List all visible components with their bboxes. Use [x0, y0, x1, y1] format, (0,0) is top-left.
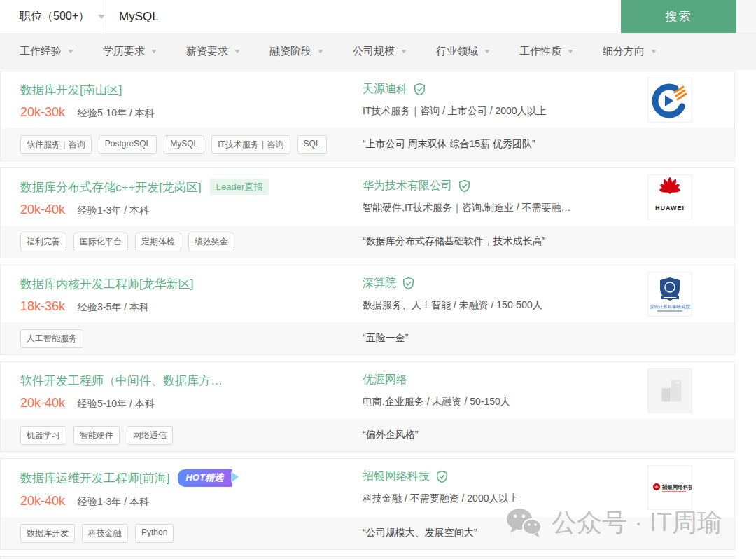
job-tags: 福利完善国际化平台定期体检绩效奖金 — [1, 233, 363, 251]
filter-label: 行业领域 — [436, 45, 478, 58]
filter-dropdown[interactable]: 学历要求 — [103, 45, 157, 58]
company-logo-text: 深圳计算科学研究院 — [650, 304, 691, 310]
company-name[interactable]: 招银网络科技 — [363, 469, 430, 484]
filter-dropdown[interactable]: 公司规模 — [353, 45, 407, 58]
job-title[interactable]: 软件开发工程师（中间件、数据库方… — [20, 373, 223, 389]
job-card[interactable]: 数据库开发[南山区] 20k-30k 经验5-10年 / 本科 天源迪科 IT技… — [0, 71, 735, 161]
job-tags: 机器学习智能硬件网络通信 — [1, 426, 363, 445]
filter-label: 公司规模 — [353, 45, 395, 58]
job-title[interactable]: 数据库运维开发工程师[前海] — [20, 470, 169, 486]
job-tag[interactable]: MySQL — [164, 135, 204, 154]
topbar-gutter — [736, 0, 756, 33]
job-salary: 20k-40k — [20, 494, 65, 509]
job-info-column: 数据库内核开发工程师[龙华新区] 18k-36k 经验3-5年 / 本科 — [1, 265, 363, 322]
verified-shield-icon — [402, 277, 415, 290]
job-tag[interactable]: 国际化平台 — [74, 233, 128, 251]
company-name[interactable]: 深算院 — [363, 276, 396, 291]
job-tag[interactable]: 福利完善 — [20, 233, 66, 251]
job-title[interactable]: 数据库内核开发工程师[龙华新区] — [20, 276, 193, 292]
chevron-down-icon — [318, 50, 323, 53]
job-info-column: 软件开发工程师（中间件、数据库方… 20k-40k 经验5-10年 / 本科 — [1, 362, 363, 419]
search-button[interactable]: 搜索 — [621, 0, 736, 33]
job-quote: “五险一金” — [363, 332, 408, 345]
filter-label: 工作性质 — [519, 45, 561, 58]
job-tag[interactable]: SQL — [298, 135, 327, 154]
job-card[interactable]: 数据库分布式存储c++开发[龙岗区] Leader直招 20k-40k 经验1-… — [0, 167, 735, 258]
job-category-label: 职位（500+） — [20, 9, 90, 24]
job-quote: “数据库分布式存储基础软件，技术成长高” — [363, 235, 545, 248]
job-tag[interactable]: 科技金融 — [82, 524, 128, 543]
job-tag[interactable]: 定期体检 — [135, 233, 181, 251]
job-card[interactable]: 数据库内核开发工程师[龙华新区] 18k-36k 经验3-5年 / 本科 深算院… — [0, 265, 735, 355]
company-info: 科技金融 / 不需要融资 / 2000人以上 — [363, 492, 615, 505]
company-column: 招银网络科技 科技金融 / 不需要融资 / 2000人以上 — [363, 459, 648, 517]
company-logo[interactable]: 招银网络科技 — [648, 465, 692, 510]
job-tag[interactable]: PostgreSQL — [99, 135, 157, 154]
job-tag[interactable]: 绩效奖金 — [188, 233, 234, 251]
job-tags: 软件服务｜咨询PostgreSQLMySQLIT技术服务｜咨询SQL — [1, 135, 363, 154]
job-salary: 18k-36k — [20, 299, 65, 314]
company-info: 电商,企业服务 / 未融资 / 50-150人 — [363, 396, 615, 408]
company-logo[interactable] — [648, 368, 692, 413]
chevron-down-icon — [401, 50, 407, 53]
filter-dropdown[interactable]: 薪资要求 — [186, 45, 240, 58]
job-card[interactable]: 软件开发工程师（中间件、数据库方… 20k-40k 经验5-10年 / 本科 优… — [0, 361, 735, 452]
job-quote: “公司规模大、发展空间大” — [363, 527, 477, 539]
company-logo-text: HUAWEI — [655, 205, 685, 212]
chevron-down-icon — [68, 50, 74, 53]
job-card[interactable]: 数据库运维开发工程师[前海] HOT精选 20k-40k 经验1-3年 / 本科… — [0, 458, 735, 550]
job-card-partial[interactable] — [0, 556, 735, 559]
company-name[interactable]: 优渥网络 — [363, 373, 407, 387]
job-tag[interactable]: 机器学习 — [20, 426, 66, 445]
search-bar: 职位（500+） 搜索 — [0, 0, 736, 33]
job-requirements: 经验5-10年 / 本科 — [78, 107, 155, 120]
company-logo[interactable] — [648, 78, 692, 123]
company-logo[interactable]: 深圳计算科学研究院 — [648, 272, 692, 317]
filter-label: 细分方向 — [603, 45, 645, 58]
job-tag[interactable]: Python — [135, 524, 174, 543]
chevron-down-icon — [234, 50, 240, 53]
company-column: 优渥网络 电商,企业服务 / 未融资 / 50-150人 — [363, 362, 648, 419]
search-input[interactable] — [106, 0, 621, 33]
job-salary: 20k-40k — [20, 202, 65, 217]
filter-dropdown[interactable]: 行业领域 — [436, 45, 490, 58]
verified-shield-icon — [413, 83, 426, 96]
company-name[interactable]: 华为技术有限公司 — [363, 179, 452, 193]
verified-shield-icon — [458, 179, 471, 193]
job-card-bottom: 人工智能服务 “五险一金” — [1, 322, 734, 354]
job-info-column: 数据库分布式存储c++开发[龙岗区] Leader直招 20k-40k 经验1-… — [1, 168, 363, 226]
job-tag[interactable]: 网络通信 — [127, 426, 173, 445]
job-card-top: 软件开发工程师（中间件、数据库方… 20k-40k 经验5-10年 / 本科 优… — [1, 362, 734, 419]
filter-dropdown[interactable]: 工作经验 — [20, 45, 74, 58]
job-info-column: 数据库运维开发工程师[前海] HOT精选 20k-40k 经验1-3年 / 本科 — [1, 459, 363, 517]
company-column: 深算院 数据服务、人工智能 / 未融资 / 150-500人 — [363, 265, 648, 322]
chevron-down-icon — [151, 50, 157, 53]
filter-label: 学历要求 — [103, 45, 145, 58]
filter-dropdown[interactable]: 工作性质 — [519, 45, 573, 58]
job-title[interactable]: 数据库分布式存储c++开发[龙岗区] — [20, 179, 202, 195]
company-name[interactable]: 天源迪科 — [363, 82, 407, 97]
company-info: IT技术服务｜咨询 / 上市公司 / 2000人以上 — [363, 105, 615, 118]
huawei-logo-icon: HUAWEI — [650, 177, 690, 217]
filter-dropdown[interactable]: 融资阶段 — [270, 45, 323, 58]
job-category-select[interactable]: 职位（500+） — [0, 0, 106, 33]
job-tag[interactable]: IT技术服务｜咨询 — [211, 135, 290, 154]
job-badge: Leader直招 — [210, 179, 269, 195]
job-card-top: 数据库内核开发工程师[龙华新区] 18k-36k 经验3-5年 / 本科 深算院… — [1, 265, 734, 322]
filter-dropdown[interactable]: 细分方向 — [603, 45, 657, 58]
company-column: 天源迪科 IT技术服务｜咨询 / 上市公司 / 2000人以上 — [363, 71, 648, 128]
job-title[interactable]: 数据库开发[南山区] — [20, 82, 122, 98]
filter-bar: 工作经验 学历要求 薪资要求 融资阶段 公司规模 行业领域 工作性质 细分方向 — [0, 33, 756, 70]
job-card-bottom: 软件服务｜咨询PostgreSQLMySQLIT技术服务｜咨询SQL “上市公司… — [1, 128, 734, 160]
job-tag[interactable]: 软件服务｜咨询 — [20, 135, 92, 154]
job-tag[interactable]: 人工智能服务 — [20, 329, 83, 348]
filter-label: 工作经验 — [20, 45, 62, 58]
job-tag[interactable]: 数据库开发 — [20, 524, 75, 543]
cmb-logo-icon: 招银网络科技 — [648, 466, 692, 509]
company-info: 数据服务、人工智能 / 未融资 / 150-500人 — [363, 299, 615, 312]
company-logo[interactable]: HUAWEI — [648, 174, 692, 219]
job-tag[interactable]: 智能硬件 — [74, 426, 120, 445]
tianyuan-logo-icon — [650, 80, 690, 120]
job-card-bottom: 数据库开发科技金融Python “公司规模大、发展空间大” — [1, 517, 734, 549]
job-card-top: 数据库开发[南山区] 20k-30k 经验5-10年 / 本科 天源迪科 IT技… — [1, 71, 734, 128]
